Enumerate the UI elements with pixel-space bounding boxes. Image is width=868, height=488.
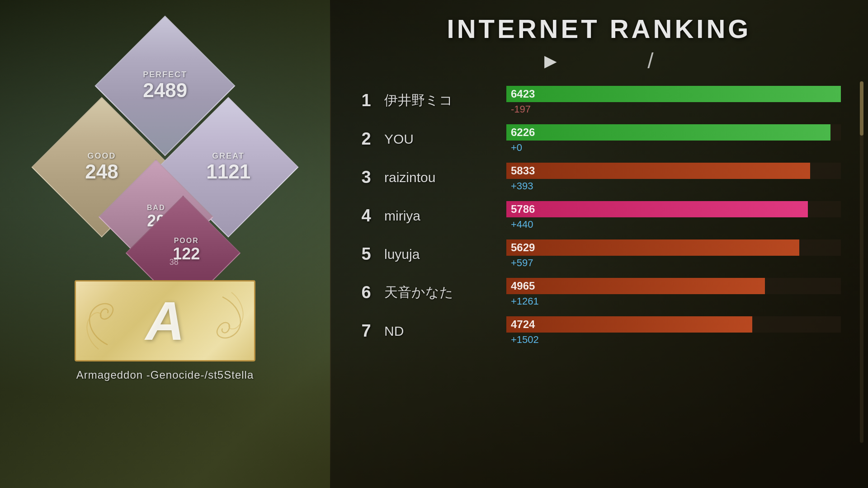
player-name-2: YOU <box>384 131 497 147</box>
ranking-title: INTERNET RANKING <box>348 14 850 44</box>
ranking-row-6: 6 天音かなた 4965 +1261 <box>357 274 841 311</box>
score-diff-7: +1502 <box>506 334 841 346</box>
ranking-row-2: 2 YOU 6226 +0 <box>357 121 841 157</box>
score-bar-5 <box>506 239 799 256</box>
score-bar-wrap-7: 4724 <box>506 316 841 333</box>
score-bar-3 <box>506 163 810 179</box>
score-bar-wrap-1: 6423 <box>506 86 841 102</box>
player-name-4: miriya <box>384 208 497 224</box>
score-value-4: 5786 <box>511 203 535 216</box>
score-bar-wrap-6: 4965 <box>506 278 841 294</box>
rank-number-1: 1 <box>357 91 375 110</box>
score-diff-5: +597 <box>506 257 841 269</box>
score-diff-4: +440 <box>506 219 841 230</box>
score-bar-1 <box>506 86 841 102</box>
score-diff-1: -197 <box>506 103 841 115</box>
swirl-left-icon <box>80 286 135 354</box>
score-bar-wrap-3: 5833 <box>506 163 841 179</box>
score-bar-7 <box>506 316 752 333</box>
ranking-row-1: 1 伊井野ミコ 6423 -197 <box>357 82 841 119</box>
good-label: GOOD <box>87 151 116 161</box>
poor-label: POOR <box>174 237 199 245</box>
score-bar-2 <box>506 124 830 141</box>
score-value-3: 5833 <box>511 164 535 177</box>
nav-slash: / <box>647 48 653 73</box>
ranking-list: 1 伊井野ミコ 6423 -197 2 YOU 6226 +0 3 raiz <box>348 82 850 349</box>
player-name-1: 伊井野ミコ <box>384 91 497 110</box>
ranking-row-4: 4 miriya 5786 +440 <box>357 197 841 234</box>
grade-card: A <box>75 280 255 361</box>
ranking-header: INTERNET RANKING ▶ / <box>348 0 850 82</box>
score-bar-container-5: 5629 +597 <box>506 239 841 269</box>
score-bar-6 <box>506 278 765 294</box>
score-bar-wrap-2: 6226 <box>506 124 841 141</box>
score-bar-container-7: 4724 +1502 <box>506 316 841 346</box>
great-label: GREAT <box>212 151 245 161</box>
score-diff-2: +0 <box>506 142 841 154</box>
left-panel: PERFECT 2489 GOOD 248 GREAT 1121 BAD 20 <box>0 0 330 488</box>
rank-number-2: 2 <box>357 129 375 149</box>
ranking-row-5: 5 luyuja 5629 +597 <box>357 236 841 272</box>
score-diff-3: +393 <box>506 180 841 192</box>
score-value-2: 6226 <box>511 126 535 139</box>
player-name-6: 天音かなた <box>384 283 497 302</box>
score-bar-container-2: 6226 +0 <box>506 124 841 154</box>
scrollbar-thumb[interactable] <box>860 81 863 136</box>
right-panel: INTERNET RANKING ▶ / 1 伊井野ミコ 6423 -197 2… <box>330 0 868 488</box>
rank-number-7: 7 <box>357 321 375 341</box>
player-name-5: luyuja <box>384 247 497 262</box>
perfect-label: PERFECT <box>143 70 187 80</box>
rank-number-5: 5 <box>357 244 375 264</box>
score-bar-container-1: 6423 -197 <box>506 86 841 115</box>
perfect-value: 2489 <box>143 80 187 101</box>
rank-number-4: 4 <box>357 206 375 225</box>
score-bar-wrap-5: 5629 <box>506 239 841 256</box>
ranking-row-7: 7 ND 4724 +1502 <box>357 313 841 349</box>
nav-arrow-icon[interactable]: ▶ <box>544 52 557 70</box>
poor-sub-value: 38 <box>170 258 179 267</box>
score-value-7: 4724 <box>511 318 535 331</box>
rank-number-3: 3 <box>357 168 375 187</box>
score-bar-container-6: 4965 +1261 <box>506 278 841 307</box>
bad-label: BAD <box>147 204 165 212</box>
good-value: 248 <box>85 161 118 183</box>
great-value: 1121 <box>206 161 250 183</box>
ranking-row-3: 3 raizintou 5833 +393 <box>357 159 841 196</box>
player-name-3: raizintou <box>384 170 497 185</box>
ranking-nav: ▶ / <box>348 48 850 73</box>
grade-letter: A <box>146 290 185 352</box>
player-name-7: ND <box>384 324 497 339</box>
diamond-container: PERFECT 2489 GOOD 248 GREAT 1121 BAD 20 <box>34 36 296 271</box>
score-bar-container-3: 5833 +393 <box>506 163 841 192</box>
scrollbar-track[interactable] <box>860 81 863 443</box>
rank-number-6: 6 <box>357 283 375 302</box>
score-value-1: 6423 <box>511 88 535 100</box>
score-bar-container-4: 5786 +440 <box>506 201 841 230</box>
score-value-5: 5629 <box>511 241 535 254</box>
swirl-right-icon <box>195 288 250 356</box>
song-title: Armageddon -Genocide-/st5Stella <box>76 369 254 381</box>
score-value-6: 4965 <box>511 280 535 292</box>
score-bar-wrap-4: 5786 <box>506 201 841 217</box>
score-diff-6: +1261 <box>506 296 841 307</box>
score-bar-4 <box>506 201 808 217</box>
